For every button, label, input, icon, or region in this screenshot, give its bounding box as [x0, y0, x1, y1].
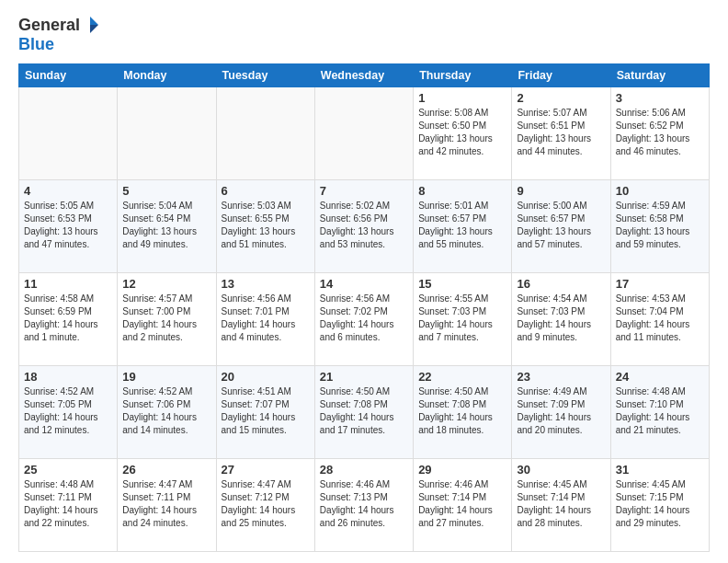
weekday-header-friday: Friday	[512, 64, 610, 87]
day-number: 15	[418, 277, 506, 291]
calendar-cell: 7Sunrise: 5:02 AM Sunset: 6:56 PM Daylig…	[314, 180, 413, 273]
calendar-cell: 5Sunrise: 5:04 AM Sunset: 6:54 PM Daylig…	[118, 180, 216, 273]
day-number: 27	[222, 463, 310, 477]
calendar-cell: 13Sunrise: 4:56 AM Sunset: 7:01 PM Dayli…	[216, 273, 314, 366]
calendar-cell: 16Sunrise: 4:54 AM Sunset: 7:03 PM Dayli…	[512, 273, 610, 366]
calendar-cell: 6Sunrise: 5:03 AM Sunset: 6:55 PM Daylig…	[216, 180, 314, 273]
calendar-cell	[314, 87, 413, 180]
day-info: Sunrise: 4:54 AM Sunset: 7:03 PM Dayligh…	[517, 293, 605, 344]
day-number: 24	[616, 370, 704, 384]
calendar-cell: 19Sunrise: 4:52 AM Sunset: 7:06 PM Dayli…	[118, 366, 216, 459]
calendar-cell: 27Sunrise: 4:47 AM Sunset: 7:12 PM Dayli…	[216, 459, 314, 552]
day-number: 4	[24, 184, 112, 198]
week-row-4: 18Sunrise: 4:52 AM Sunset: 7:05 PM Dayli…	[19, 366, 710, 459]
day-info: Sunrise: 4:59 AM Sunset: 6:58 PM Dayligh…	[616, 200, 704, 251]
calendar-cell: 18Sunrise: 4:52 AM Sunset: 7:05 PM Dayli…	[19, 366, 118, 459]
day-number: 28	[320, 463, 408, 477]
page-header: General Blue	[18, 15, 710, 54]
day-info: Sunrise: 4:45 AM Sunset: 7:15 PM Dayligh…	[616, 478, 704, 530]
day-info: Sunrise: 4:53 AM Sunset: 7:04 PM Dayligh…	[616, 293, 704, 344]
calendar-cell	[118, 87, 216, 180]
day-number: 30	[517, 463, 605, 477]
day-info: Sunrise: 4:52 AM Sunset: 7:06 PM Dayligh…	[122, 385, 210, 437]
day-info: Sunrise: 5:01 AM Sunset: 6:57 PM Dayligh…	[418, 200, 506, 251]
day-number: 18	[24, 370, 112, 384]
calendar-cell: 2Sunrise: 5:07 AM Sunset: 6:51 PM Daylig…	[512, 87, 610, 180]
svg-marker-0	[90, 17, 98, 25]
day-info: Sunrise: 4:52 AM Sunset: 7:05 PM Dayligh…	[24, 385, 112, 437]
calendar-cell: 12Sunrise: 4:57 AM Sunset: 7:00 PM Dayli…	[118, 273, 216, 366]
logo-general: General	[18, 16, 80, 35]
calendar-cell: 22Sunrise: 4:50 AM Sunset: 7:08 PM Dayli…	[414, 366, 512, 459]
day-number: 10	[616, 184, 704, 198]
day-info: Sunrise: 4:47 AM Sunset: 7:12 PM Dayligh…	[222, 478, 310, 530]
week-row-5: 25Sunrise: 4:48 AM Sunset: 7:11 PM Dayli…	[19, 459, 710, 552]
day-number: 1	[418, 91, 506, 105]
weekday-header-thursday: Thursday	[414, 64, 512, 87]
day-info: Sunrise: 5:02 AM Sunset: 6:56 PM Dayligh…	[320, 200, 408, 251]
day-number: 29	[418, 463, 506, 477]
day-number: 7	[320, 184, 408, 198]
day-number: 13	[222, 277, 310, 291]
day-info: Sunrise: 4:55 AM Sunset: 7:03 PM Dayligh…	[418, 293, 506, 344]
day-info: Sunrise: 5:08 AM Sunset: 6:50 PM Dayligh…	[418, 107, 506, 158]
calendar-cell: 9Sunrise: 5:00 AM Sunset: 6:57 PM Daylig…	[512, 180, 610, 273]
day-info: Sunrise: 4:56 AM Sunset: 7:01 PM Dayligh…	[222, 293, 310, 344]
day-number: 2	[517, 91, 605, 105]
calendar-cell: 1Sunrise: 5:08 AM Sunset: 6:50 PM Daylig…	[414, 87, 512, 180]
calendar-cell: 30Sunrise: 4:45 AM Sunset: 7:14 PM Dayli…	[512, 459, 610, 552]
calendar-cell: 11Sunrise: 4:58 AM Sunset: 6:59 PM Dayli…	[19, 273, 118, 366]
logo-flag-icon	[80, 15, 100, 35]
week-row-3: 11Sunrise: 4:58 AM Sunset: 6:59 PM Dayli…	[19, 273, 710, 366]
day-number: 16	[517, 277, 605, 291]
weekday-header-row: SundayMondayTuesdayWednesdayThursdayFrid…	[19, 64, 710, 87]
day-info: Sunrise: 5:07 AM Sunset: 6:51 PM Dayligh…	[517, 107, 605, 158]
calendar-page: General Blue SundayMondayTuesdayWednesda…	[0, 0, 728, 563]
day-info: Sunrise: 4:46 AM Sunset: 7:13 PM Dayligh…	[320, 478, 408, 530]
logo: General Blue	[18, 15, 100, 54]
day-number: 25	[24, 463, 112, 477]
day-info: Sunrise: 4:49 AM Sunset: 7:09 PM Dayligh…	[517, 385, 605, 437]
calendar-cell: 17Sunrise: 4:53 AM Sunset: 7:04 PM Dayli…	[610, 273, 709, 366]
weekday-header-saturday: Saturday	[610, 64, 709, 87]
week-row-2: 4Sunrise: 5:05 AM Sunset: 6:53 PM Daylig…	[19, 180, 710, 273]
calendar-cell: 21Sunrise: 4:50 AM Sunset: 7:08 PM Dayli…	[314, 366, 413, 459]
calendar-cell: 24Sunrise: 4:48 AM Sunset: 7:10 PM Dayli…	[610, 366, 709, 459]
calendar-cell: 8Sunrise: 5:01 AM Sunset: 6:57 PM Daylig…	[414, 180, 512, 273]
logo-blue: Blue	[18, 35, 54, 54]
day-info: Sunrise: 5:06 AM Sunset: 6:52 PM Dayligh…	[616, 107, 704, 158]
calendar-cell: 31Sunrise: 4:45 AM Sunset: 7:15 PM Dayli…	[610, 459, 709, 552]
day-info: Sunrise: 4:46 AM Sunset: 7:14 PM Dayligh…	[418, 478, 506, 530]
day-info: Sunrise: 4:48 AM Sunset: 7:10 PM Dayligh…	[616, 385, 704, 437]
calendar-cell: 23Sunrise: 4:49 AM Sunset: 7:09 PM Dayli…	[512, 366, 610, 459]
day-number: 17	[616, 277, 704, 291]
day-info: Sunrise: 4:50 AM Sunset: 7:08 PM Dayligh…	[320, 385, 408, 437]
day-number: 31	[616, 463, 704, 477]
calendar-cell: 20Sunrise: 4:51 AM Sunset: 7:07 PM Dayli…	[216, 366, 314, 459]
day-info: Sunrise: 4:57 AM Sunset: 7:00 PM Dayligh…	[122, 293, 210, 344]
calendar-cell: 15Sunrise: 4:55 AM Sunset: 7:03 PM Dayli…	[414, 273, 512, 366]
calendar-cell: 3Sunrise: 5:06 AM Sunset: 6:52 PM Daylig…	[610, 87, 709, 180]
day-number: 11	[24, 277, 112, 291]
day-number: 14	[320, 277, 408, 291]
day-info: Sunrise: 4:58 AM Sunset: 6:59 PM Dayligh…	[24, 293, 112, 344]
weekday-header-sunday: Sunday	[19, 64, 118, 87]
calendar-cell: 25Sunrise: 4:48 AM Sunset: 7:11 PM Dayli…	[19, 459, 118, 552]
day-info: Sunrise: 5:05 AM Sunset: 6:53 PM Dayligh…	[24, 200, 112, 251]
day-number: 12	[122, 277, 210, 291]
week-row-1: 1Sunrise: 5:08 AM Sunset: 6:50 PM Daylig…	[19, 87, 710, 180]
weekday-header-tuesday: Tuesday	[216, 64, 314, 87]
calendar-cell: 29Sunrise: 4:46 AM Sunset: 7:14 PM Dayli…	[414, 459, 512, 552]
day-info: Sunrise: 4:56 AM Sunset: 7:02 PM Dayligh…	[320, 293, 408, 344]
calendar-cell	[19, 87, 118, 180]
day-info: Sunrise: 5:03 AM Sunset: 6:55 PM Dayligh…	[222, 200, 310, 251]
svg-marker-1	[90, 25, 98, 33]
day-number: 19	[122, 370, 210, 384]
calendar-table: SundayMondayTuesdayWednesdayThursdayFrid…	[18, 63, 710, 552]
day-info: Sunrise: 5:04 AM Sunset: 6:54 PM Dayligh…	[122, 200, 210, 251]
calendar-cell: 10Sunrise: 4:59 AM Sunset: 6:58 PM Dayli…	[610, 180, 709, 273]
day-info: Sunrise: 4:47 AM Sunset: 7:11 PM Dayligh…	[122, 478, 210, 530]
calendar-cell	[216, 87, 314, 180]
day-number: 20	[222, 370, 310, 384]
calendar-cell: 4Sunrise: 5:05 AM Sunset: 6:53 PM Daylig…	[19, 180, 118, 273]
